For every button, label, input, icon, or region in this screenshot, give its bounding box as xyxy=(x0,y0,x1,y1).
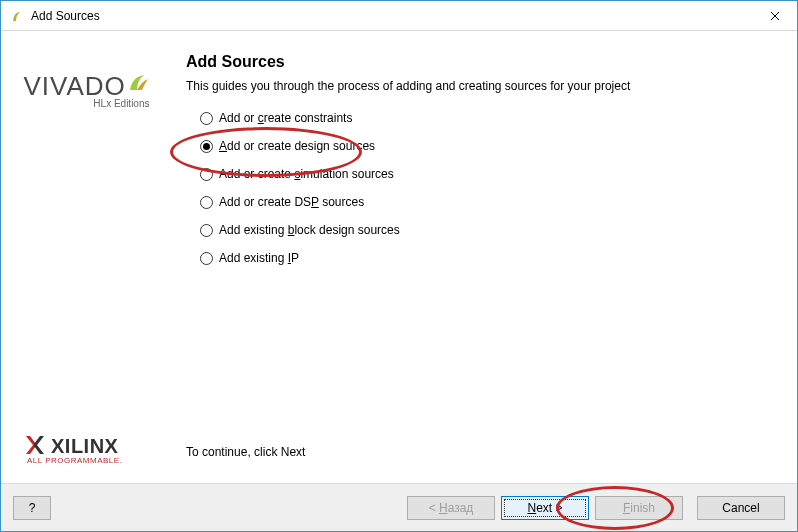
radio-icon xyxy=(200,168,213,181)
xilinx-mark-icon xyxy=(25,435,45,458)
app-icon xyxy=(9,8,25,24)
vivado-wordmark: VIVADO xyxy=(24,71,126,101)
option-label: Add or create simulation sources xyxy=(219,167,394,181)
cancel-button[interactable]: Cancel xyxy=(697,496,785,520)
xilinx-tagline: ALL PROGRAMMABLE xyxy=(27,456,120,465)
option-simulation-sources[interactable]: Add or create simulation sources xyxy=(200,167,777,181)
radio-group: Add or create constraints Add or create … xyxy=(200,111,777,265)
leaf-icon xyxy=(128,71,150,96)
main-panel: Add Sources This guides you through the … xyxy=(176,31,797,483)
window-title: Add Sources xyxy=(31,9,100,23)
xilinx-logo: XILINX ALL PROGRAMMABLE. xyxy=(25,435,122,465)
option-label: Add existing IP xyxy=(219,251,299,265)
continue-hint: To continue, click Next xyxy=(186,445,777,459)
titlebar: Add Sources xyxy=(1,1,797,31)
dialog-body: VIVADO HLx Editions XILINX ALL PROGRAMMA… xyxy=(1,31,797,483)
back-button[interactable]: < Назад xyxy=(407,496,495,520)
radio-icon xyxy=(200,140,213,153)
button-bar: ? < Назад Next > Finish Cancel xyxy=(1,483,797,531)
option-design-sources[interactable]: Add or create design sources xyxy=(200,139,777,153)
radio-icon xyxy=(200,196,213,209)
xilinx-wordmark: XILINX xyxy=(51,435,118,458)
next-button[interactable]: Next > xyxy=(501,496,589,520)
page-subtitle: This guides you through the process of a… xyxy=(186,79,777,93)
option-existing-ip[interactable]: Add existing IP xyxy=(200,251,777,265)
option-label: Add or create constraints xyxy=(219,111,352,125)
option-label: Add or create design sources xyxy=(219,139,375,153)
radio-icon xyxy=(200,252,213,265)
vivado-logo: VIVADO HLx Editions xyxy=(24,71,164,109)
page-heading: Add Sources xyxy=(186,53,777,71)
option-dsp-sources[interactable]: Add or create DSP sources xyxy=(200,195,777,209)
option-label: Add existing block design sources xyxy=(219,223,400,237)
radio-icon xyxy=(200,224,213,237)
close-button[interactable] xyxy=(752,1,797,30)
option-label: Add or create DSP sources xyxy=(219,195,364,209)
sidebar: VIVADO HLx Editions XILINX ALL PROGRAMMA… xyxy=(1,31,176,483)
help-button[interactable]: ? xyxy=(13,496,51,520)
dialog-window: Add Sources VIVADO HLx Editions xyxy=(0,0,798,532)
finish-button[interactable]: Finish xyxy=(595,496,683,520)
option-constraints[interactable]: Add or create constraints xyxy=(200,111,777,125)
radio-icon xyxy=(200,112,213,125)
option-block-design[interactable]: Add existing block design sources xyxy=(200,223,777,237)
